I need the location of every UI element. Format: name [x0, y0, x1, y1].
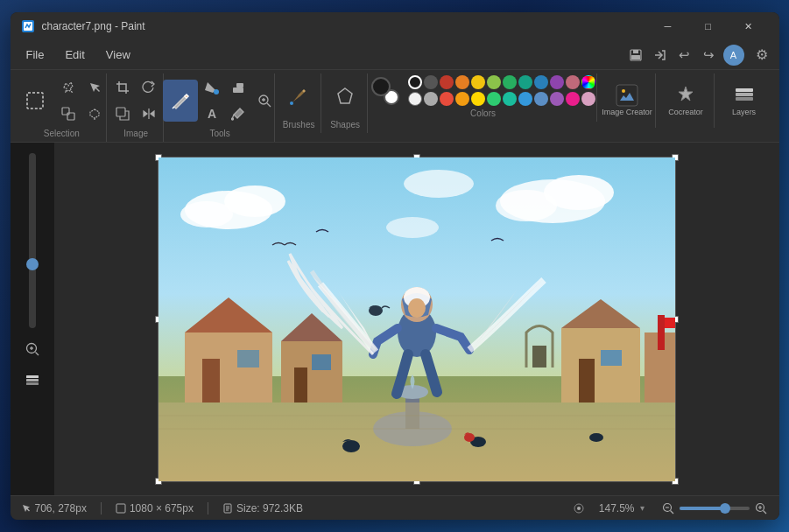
zoom-tool-button[interactable]: [252, 88, 277, 113]
tools-col2: [226, 75, 250, 126]
eyedrop-button[interactable]: [226, 102, 250, 126]
zoom-slider-thumb[interactable]: [720, 503, 730, 514]
swatch-purple2[interactable]: [550, 92, 564, 106]
save-icon[interactable]: [625, 45, 646, 66]
maximize-button[interactable]: □: [688, 12, 729, 40]
swatch-teal[interactable]: [518, 75, 532, 89]
svg-rect-50: [294, 368, 307, 402]
foreground-color[interactable]: [371, 77, 391, 96]
svg-rect-74: [665, 318, 675, 328]
layers-button[interactable]: Layers: [718, 75, 771, 124]
canvas-area[interactable]: [54, 143, 779, 495]
divider1: [101, 502, 102, 514]
select-lasso-button[interactable]: [82, 102, 107, 126]
color-swatches-container: [408, 75, 595, 106]
swatch-red2[interactable]: [440, 92, 454, 106]
brush-button[interactable]: [279, 75, 318, 117]
flip-button[interactable]: [137, 102, 161, 126]
svg-point-42: [404, 170, 474, 198]
swatch-green1[interactable]: [503, 75, 517, 89]
text-button[interactable]: A: [200, 102, 224, 126]
svg-rect-33: [26, 375, 39, 378]
zoom-in-icon: [755, 502, 767, 514]
select-free-button[interactable]: [56, 75, 81, 100]
svg-rect-22: [616, 85, 638, 106]
zoom-dropdown-button[interactable]: ▾: [638, 501, 646, 514]
svg-rect-3: [633, 50, 638, 53]
menu-file[interactable]: File: [18, 45, 53, 65]
swatch-lightgreen[interactable]: [487, 92, 501, 106]
crop-button[interactable]: [110, 75, 135, 100]
minimize-button[interactable]: ─: [648, 12, 688, 40]
left-sidebar: [11, 143, 54, 495]
swatch-red1[interactable]: [440, 75, 454, 89]
swatch-lightblue[interactable]: [518, 92, 532, 106]
ribbon-groups: Selection: [18, 74, 772, 142]
file-size-icon: [222, 503, 233, 514]
sidebar-zoom-in[interactable]: [18, 335, 46, 363]
swatch-yellow1[interactable]: [471, 75, 485, 89]
swatch-darkgray[interactable]: [424, 75, 438, 89]
file-size-item: Size: 972.3KB: [222, 502, 303, 514]
zoom-in-button[interactable]: [753, 500, 769, 516]
swatch-row-2: [408, 92, 595, 106]
select-rect-button[interactable]: [16, 78, 54, 123]
swatch-yellow2[interactable]: [471, 92, 485, 106]
shapes-label: Shapes: [330, 120, 360, 130]
close-button[interactable]: ✕: [729, 12, 769, 40]
select-arrow-button[interactable]: [82, 75, 107, 100]
svg-point-37: [224, 186, 285, 217]
swatch-white[interactable]: [408, 92, 422, 106]
zoom-thumb[interactable]: [26, 258, 39, 270]
swatch-rose[interactable]: [566, 92, 580, 106]
swatch-orange2[interactable]: [455, 92, 469, 106]
menu-edit[interactable]: Edit: [56, 45, 93, 65]
cursor-icon: [21, 503, 32, 514]
fill-button[interactable]: [200, 75, 224, 100]
pencil-button[interactable]: [163, 80, 198, 122]
swatch-orange1[interactable]: [455, 75, 469, 89]
window-title: character7.png - Paint: [42, 20, 648, 32]
svg-line-11: [173, 107, 174, 108]
svg-rect-9: [116, 108, 125, 116]
zoom-track[interactable]: [29, 153, 36, 328]
ribbon: Selection: [11, 70, 779, 143]
ribbon-group-tools: A: [166, 74, 275, 142]
canvas-size-item: 1080 × 675px: [116, 502, 194, 514]
zoom-slider[interactable]: [680, 507, 750, 510]
swatch-pink1[interactable]: [566, 75, 580, 89]
swatch-row-1: [408, 75, 595, 89]
share-icon[interactable]: [650, 45, 671, 66]
swatch-rainbow[interactable]: [581, 75, 595, 89]
menu-toolbar: ↩ ↪: [625, 45, 720, 66]
cocreator-button[interactable]: Cocreator: [659, 75, 712, 124]
shape-button[interactable]: [326, 75, 364, 117]
eraser-button[interactable]: [226, 75, 250, 100]
resize-button[interactable]: [110, 102, 135, 126]
swatch-purple1[interactable]: [550, 75, 564, 89]
rotate-button[interactable]: [137, 75, 161, 100]
settings-icon[interactable]: ⚙: [751, 45, 772, 66]
swatch-lime[interactable]: [487, 75, 501, 89]
svg-point-68: [342, 440, 360, 452]
swatch-lightgray[interactable]: [424, 92, 438, 106]
svg-rect-32: [26, 379, 39, 382]
sidebar-layers[interactable]: [18, 367, 46, 395]
swatch-blue2[interactable]: [534, 92, 548, 106]
redo-icon[interactable]: ↪: [699, 45, 720, 66]
image-col2: [137, 75, 161, 126]
svg-point-70: [589, 433, 603, 442]
undo-icon[interactable]: ↩: [674, 45, 695, 66]
menu-view[interactable]: View: [97, 45, 139, 65]
swatch-blue1[interactable]: [534, 75, 548, 89]
selection-buttons: [16, 75, 107, 126]
swatch-black[interactable]: [408, 75, 422, 89]
select-expand-button[interactable]: [56, 102, 81, 126]
brushes-label: Brushes: [283, 120, 315, 130]
image-creator-button[interactable]: Image Creator: [601, 75, 653, 124]
swatch-cyan[interactable]: [503, 92, 517, 106]
zoom-out-button[interactable]: [660, 500, 676, 516]
swatch-lightpink[interactable]: [581, 92, 595, 106]
avatar[interactable]: A: [723, 45, 744, 66]
selection-col2: [56, 75, 81, 126]
